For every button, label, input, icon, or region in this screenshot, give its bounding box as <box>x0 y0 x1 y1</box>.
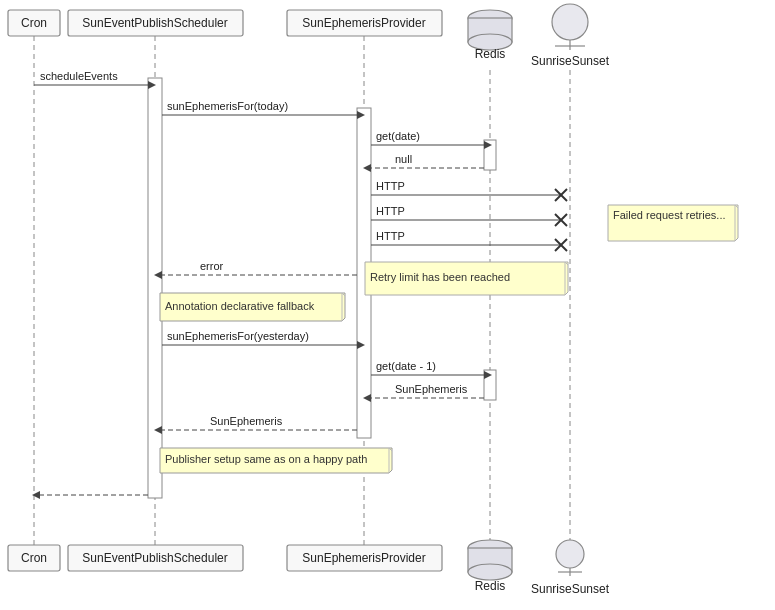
actor-scheduler-top-label: SunEventPublishScheduler <box>82 16 227 30</box>
activation-scheduler <box>148 78 162 498</box>
sequence-diagram: Cron SunEventPublishScheduler SunEphemer… <box>0 0 775 610</box>
msg-sunEph-prov-label: SunEphemeris <box>210 415 283 427</box>
msg-null-label: null <box>395 153 412 165</box>
msg-return-arrow <box>32 491 40 499</box>
msg-sunEphToday-label: sunEphemerisFor(today) <box>167 100 288 112</box>
note-failed-retries-label: Failed request retries... <box>613 209 726 221</box>
actor-scheduler-bot-label: SunEventPublishScheduler <box>82 551 227 565</box>
actor-redis-top-label: Redis <box>475 47 506 61</box>
msg-sunEphYest-label: sunEphemerisFor(yesterday) <box>167 330 309 342</box>
actor-sunrise-top-label: SunriseSunset <box>531 54 610 68</box>
note-publisher-label: Publisher setup same as on a happy path <box>165 453 367 465</box>
msg-sunEph-redis-label: SunEphemeris <box>395 383 468 395</box>
note-retry-limit-label: Retry limit has been reached <box>370 271 510 283</box>
actor-provider-bot-label: SunEphemerisProvider <box>302 551 425 565</box>
actor-redis-bot-bottom <box>468 564 512 580</box>
msg-http1-label: HTTP <box>376 180 405 192</box>
msg-http2-label: HTTP <box>376 205 405 217</box>
actor-sunrise-bot-label: SunriseSunset <box>531 582 610 596</box>
actor-provider-top-label: SunEphemerisProvider <box>302 16 425 30</box>
actor-cron-top-label: Cron <box>21 16 47 30</box>
msg-getDate-label: get(date) <box>376 130 420 142</box>
actor-sunrise-top-circle <box>552 4 588 40</box>
msg-scheduleEvents-label: scheduleEvents <box>40 70 118 82</box>
actor-cron-bot-label: Cron <box>21 551 47 565</box>
msg-getDateMinus1-label: get(date - 1) <box>376 360 436 372</box>
actor-redis-bot-label: Redis <box>475 579 506 593</box>
actor-sunrise-bot-circle <box>556 540 584 568</box>
note-annotation-label: Annotation declarative fallback <box>165 300 315 312</box>
msg-error-label: error <box>200 260 224 272</box>
msg-http3-label: HTTP <box>376 230 405 242</box>
